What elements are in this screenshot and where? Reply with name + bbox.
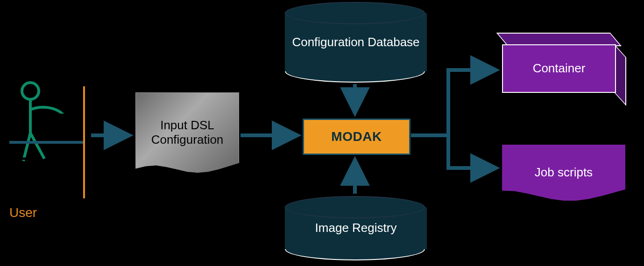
config-db-label: Configuration Database <box>292 35 419 49</box>
image-registry-label: Image Registry <box>315 221 397 235</box>
architecture-diagram: User Input DSL Configuration Configurati… <box>0 0 644 266</box>
arrow-modak-to-jobscripts <box>448 135 495 168</box>
arrow-modak-to-container <box>411 70 495 135</box>
